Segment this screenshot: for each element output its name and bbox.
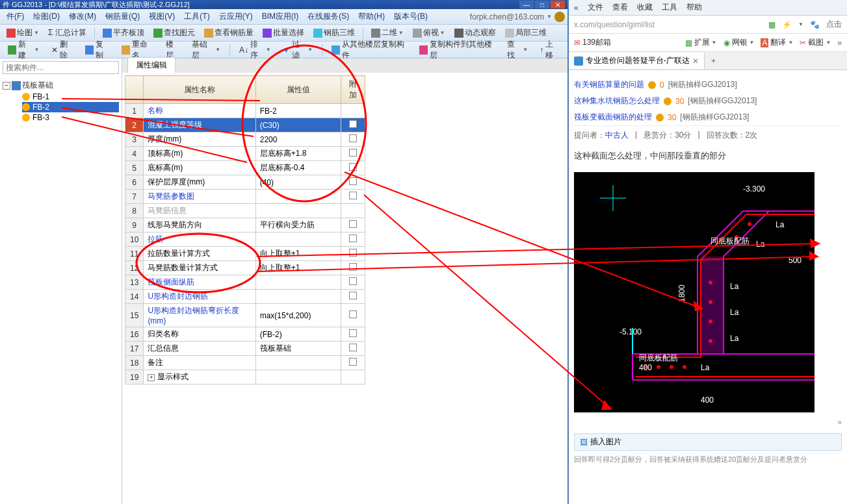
menu-edit[interactable]: 修改(M): [65, 10, 100, 23]
user-dropdown-icon[interactable]: ▼: [547, 14, 552, 19]
qa-title-link[interactable]: 有关钢筋算量的问题: [574, 79, 644, 90]
flash-icon[interactable]: ⚡: [782, 20, 792, 29]
menu-file[interactable]: 件(F): [3, 10, 28, 23]
prop-row[interactable]: 3厚度(mm)2200: [125, 132, 365, 147]
paw-icon[interactable]: 🐾: [810, 20, 820, 29]
checkbox[interactable]: [349, 120, 357, 128]
overflow-icon[interactable]: »: [837, 38, 842, 47]
new-tab-button[interactable]: +: [705, 54, 722, 68]
url-text[interactable]: x.com/question/giml/list: [574, 20, 764, 29]
prop-extra[interactable]: [341, 290, 365, 304]
bmenu-tools[interactable]: 工具: [662, 2, 677, 13]
prop-value[interactable]: [255, 370, 341, 384]
checkbox[interactable]: [349, 177, 357, 185]
qr-icon[interactable]: ▦: [768, 20, 775, 29]
prop-extra[interactable]: [341, 370, 365, 384]
prop-row[interactable]: 4顶标高(m)层底标高+1.8: [125, 147, 365, 161]
checkbox[interactable]: [349, 310, 357, 318]
checkbox[interactable]: [349, 149, 357, 157]
checkbox[interactable]: [349, 263, 357, 271]
prop-value[interactable]: [255, 356, 341, 370]
prop-row[interactable]: 16归类名称(FB-2): [125, 327, 365, 342]
checkbox[interactable]: [349, 249, 357, 257]
prop-extra[interactable]: [341, 147, 365, 161]
minimize-button[interactable]: —: [519, 1, 534, 8]
prop-row[interactable]: 15U形构造封边钢筋弯折长度(mm)max(15*d,200): [125, 304, 365, 327]
bookmark-trans[interactable]: A翻译▼: [761, 37, 793, 48]
prop-extra[interactable]: [341, 356, 365, 370]
prop-extra[interactable]: [341, 104, 365, 118]
menu-bim[interactable]: BIM应用(I): [258, 10, 303, 23]
prop-row[interactable]: 5底标高(m)层底标高-0.4: [125, 161, 365, 175]
qa-title-link[interactable]: 这种集水坑钢筋怎么处理: [574, 95, 660, 107]
tree-item-fb2[interactable]: FB-2: [22, 102, 119, 112]
bookmark-ext[interactable]: ▦扩展▼: [685, 37, 717, 48]
qa-title-link[interactable]: 筏板变截面钢筋的处理: [574, 112, 652, 123]
prop-row[interactable]: 7马凳筋参数图: [125, 190, 365, 204]
checkbox[interactable]: [349, 277, 357, 285]
prop-extra[interactable]: [341, 327, 365, 342]
author-link[interactable]: 中古人: [605, 131, 629, 140]
click-label[interactable]: 点击: [826, 19, 842, 30]
prop-value[interactable]: 向上取整+1: [255, 247, 341, 261]
checkbox[interactable]: [349, 192, 357, 199]
bmenu-view[interactable]: 查看: [612, 2, 628, 13]
prop-value[interactable]: 向上取整+1: [255, 261, 341, 275]
menu-version[interactable]: 版本号(B): [390, 10, 432, 23]
menu-help[interactable]: 帮助(H): [354, 10, 389, 23]
bookmark-shot[interactable]: ✂截图▼: [800, 37, 831, 48]
menu-view[interactable]: 视图(V): [145, 10, 179, 23]
menu-draw[interactable]: 绘图(D): [29, 10, 64, 23]
prop-extra[interactable]: [341, 118, 365, 132]
prop-extra[interactable]: [341, 261, 365, 275]
prop-row[interactable]: 14U形构造封边钢筋: [125, 290, 365, 304]
prop-value[interactable]: [255, 204, 341, 218]
checkbox[interactable]: [349, 329, 357, 337]
prop-value[interactable]: (C30): [255, 118, 341, 132]
prop-extra[interactable]: [341, 342, 365, 356]
prop-value[interactable]: [255, 275, 341, 290]
prop-value[interactable]: [255, 233, 341, 247]
prop-extra[interactable]: [341, 175, 365, 190]
prop-row[interactable]: 11拉筋数量计算方式向上取整+1: [125, 247, 365, 261]
prop-value[interactable]: [255, 190, 341, 204]
prop-value[interactable]: (40): [255, 175, 341, 190]
tree-item-fb3[interactable]: FB-3: [22, 112, 119, 123]
insert-picture-bar[interactable]: 🖼 插入图片: [574, 433, 842, 451]
prop-value[interactable]: 平行横向受力筋: [255, 218, 341, 233]
search-input[interactable]: [3, 61, 119, 74]
prop-row[interactable]: 8马凳筋信息: [125, 204, 365, 218]
prop-row[interactable]: 17汇总信息筏板基础: [125, 342, 365, 356]
menu-cloud[interactable]: 云应用(Y): [215, 10, 257, 23]
prop-extra[interactable]: [341, 304, 365, 327]
addr-dropdown-icon[interactable]: ▼: [798, 21, 803, 27]
checkbox[interactable]: [349, 220, 357, 228]
bookmark-mail[interactable]: ✉139邮箱: [574, 37, 611, 48]
prop-value[interactable]: 筏板基础: [255, 342, 341, 356]
prop-row[interactable]: 10拉筋: [125, 233, 365, 247]
tree-item-fb1[interactable]: FB-1: [22, 92, 119, 102]
prop-row[interactable]: 13筏板侧面纵筋: [125, 275, 365, 290]
bmenu-help[interactable]: 帮助: [686, 2, 702, 13]
prop-extra[interactable]: [341, 275, 365, 290]
checkbox[interactable]: [349, 344, 357, 351]
checkbox[interactable]: [349, 134, 357, 142]
prop-extra[interactable]: [341, 204, 365, 218]
close-button[interactable]: ✕: [551, 1, 565, 8]
tab-close-icon[interactable]: ✕: [692, 57, 699, 66]
tree-root[interactable]: − 筏板基础: [3, 79, 119, 92]
prop-row[interactable]: 18备注: [125, 356, 365, 370]
prop-row[interactable]: 19+ 显示样式: [125, 370, 365, 384]
prop-value[interactable]: 层底标高-0.4: [255, 161, 341, 175]
prop-row[interactable]: 9线形马凳筋方向平行横向受力筋: [125, 218, 365, 233]
prop-value[interactable]: (FB-2): [255, 327, 341, 342]
prop-row[interactable]: 6保护层厚度(mm)(40): [125, 175, 365, 190]
prop-extra[interactable]: [341, 132, 365, 147]
user-avatar-icon[interactable]: [554, 12, 565, 22]
prop-extra[interactable]: [341, 218, 365, 233]
tab-properties[interactable]: 属性编辑: [127, 57, 176, 73]
tree-collapse-icon[interactable]: −: [3, 82, 10, 90]
menu-online[interactable]: 在线服务(S): [304, 10, 353, 23]
prop-value[interactable]: FB-2: [255, 104, 341, 118]
checkbox[interactable]: [349, 292, 357, 299]
